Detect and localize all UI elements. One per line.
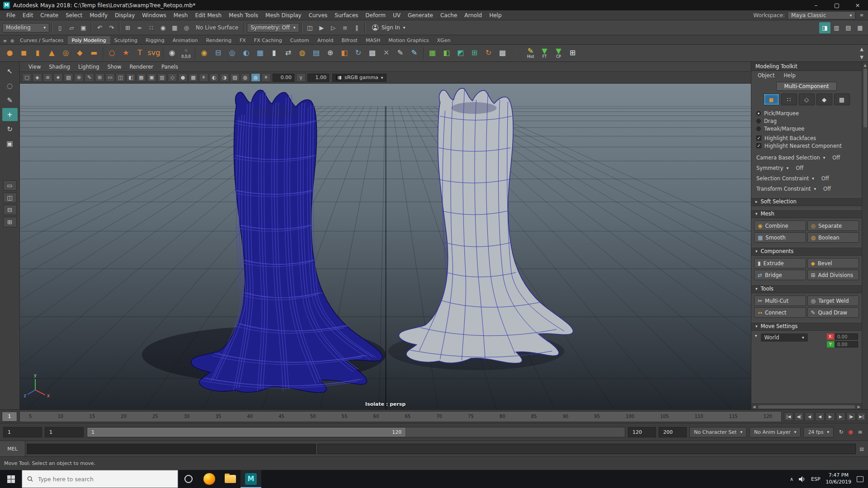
safe-title-icon[interactable]: ▥	[157, 73, 167, 82]
toolkit-vertical-scrollbar[interactable]: ▲	[862, 62, 868, 409]
tray-clock[interactable]: 7:47 PM 10/6/2019	[826, 472, 851, 486]
edge-mode-icon[interactable]: ◇	[799, 94, 815, 105]
camera-based-selection-dropdown[interactable]: Camera Based Selection ▾ Off	[751, 152, 862, 163]
extrude-icon[interactable]: ▮	[267, 46, 281, 61]
menubar-item[interactable]: Windows	[138, 11, 170, 19]
flip-normals-icon[interactable]: ◧	[337, 46, 351, 61]
scrollbar-thumb[interactable]	[863, 69, 867, 127]
lights-icon[interactable]: ☀	[199, 73, 208, 82]
poly-cylinder-icon[interactable]: ▮	[31, 46, 45, 61]
animation-end-field[interactable]: 200	[659, 427, 687, 437]
combine-meshes-icon[interactable]: ◉	[197, 46, 211, 61]
uv-unfold-icon[interactable]: ◩	[453, 46, 467, 61]
move-settings-section[interactable]: ▾ Move Settings	[751, 322, 862, 331]
gamma-field[interactable]: 1.00	[307, 74, 329, 82]
taskbar-search[interactable]	[22, 470, 178, 488]
section-header[interactable]: ▾ Tools	[751, 284, 862, 293]
auto-keyframe-icon[interactable]: ●	[846, 427, 855, 437]
snap-origin-icon[interactable]: ◦ 0,0,0	[179, 46, 193, 61]
layout-split-pane-icon[interactable]: ⊟	[3, 205, 17, 215]
section-header[interactable]: ▾ Mesh	[751, 209, 862, 218]
menubar-item[interactable]: UV	[389, 11, 404, 19]
step-back-frame-button[interactable]: ◀|	[794, 412, 804, 421]
grease-pencil-icon[interactable]: ✎	[85, 73, 94, 82]
gate-mask-icon[interactable]: ◧	[126, 73, 136, 82]
highlight-nearest-component-checkbox[interactable]: Highlight Nearest Component	[751, 142, 862, 150]
delete-edge-icon[interactable]: ✕	[379, 46, 393, 61]
uv-mode-icon[interactable]: ▩	[834, 94, 850, 105]
time-slider[interactable]: 5101520253035404550556065707580859095100…	[19, 411, 782, 422]
workspace-dropdown[interactable]: Maya Classic ▾	[788, 11, 855, 19]
tray-expand-icon[interactable]: ∧	[790, 476, 793, 482]
lasso-select-tool-icon[interactable]: ◌	[2, 79, 18, 92]
tweak-marquee-radio[interactable]: Tweak/Marquee	[751, 125, 862, 132]
grid-toggle-icon[interactable]: ⊞	[95, 73, 104, 82]
separate-meshes-icon[interactable]: ⊟	[211, 46, 225, 61]
ft-marker-icon[interactable]: ▼ FT	[538, 46, 552, 61]
extrude-button[interactable]: ▮ Extrude	[754, 258, 806, 268]
menubar-item[interactable]: Select	[62, 11, 86, 19]
svg-tool-icon[interactable]: svg	[147, 46, 161, 61]
boolean-difference-icon[interactable]: ◐	[239, 46, 253, 61]
poly-sphere-icon[interactable]: ●	[3, 46, 17, 61]
snap-to-points-icon[interactable]: ∷	[146, 22, 157, 33]
axis-orientation-dropdown[interactable]: World ▾	[761, 333, 808, 342]
bridge-icon[interactable]: ⇄	[281, 46, 295, 61]
shelf-tab[interactable]: Bifrost	[337, 36, 362, 44]
poly-cube-icon[interactable]: ◼	[17, 46, 31, 61]
boolean-button[interactable]: ◍ Boolean	[807, 232, 859, 243]
panel-menu-item[interactable]: View	[24, 63, 45, 71]
separate-button[interactable]: ◎ Separate	[807, 221, 859, 231]
boolean-union-icon[interactable]: ◎	[225, 46, 239, 61]
highlight-backfaces-checkbox[interactable]: Highlight Backfaces	[751, 134, 862, 142]
attribute-editor-toggle-icon[interactable]: ▥	[831, 22, 842, 33]
y-axis-field[interactable]: 0.00	[835, 341, 858, 347]
soft-selection-section[interactable]: ▸ Soft Selection	[751, 197, 862, 206]
no-live-surface-button[interactable]: No Live Surface	[192, 24, 242, 31]
shadows-icon[interactable]: ◐	[209, 73, 219, 82]
step-forward-key-button[interactable]: ▶	[836, 412, 845, 421]
animation-preferences-icon[interactable]: ≡	[855, 427, 865, 437]
move-tool-icon[interactable]: +	[2, 108, 18, 121]
symmetry-dropdown[interactable]: Symmetry ▾ Off	[751, 163, 862, 173]
channel-box-toggle-icon[interactable]: ▦	[854, 22, 866, 33]
reverse-normals-icon[interactable]: ↻	[351, 46, 365, 61]
pause-icon[interactable]: ‖	[351, 22, 363, 33]
menubar-item[interactable]: Edit	[19, 11, 37, 19]
anti-alias-icon[interactable]: ▨	[230, 73, 240, 82]
toolkit-menu-item[interactable]: Object	[754, 72, 778, 79]
menubar-item[interactable]: Cache	[437, 11, 461, 19]
image-plane-icon[interactable]: ▧	[64, 73, 73, 82]
menubar-item[interactable]: Mesh Display	[262, 11, 305, 19]
save-scene-icon[interactable]: ▣	[78, 22, 89, 33]
shelf-tab[interactable]: Rendering	[202, 36, 236, 44]
poly-cone-icon[interactable]: ▲	[45, 46, 59, 61]
shelf-tab[interactable]: Animation	[169, 36, 202, 44]
file-explorer-button[interactable]	[220, 470, 241, 488]
shelf-tab[interactable]: FX	[236, 36, 250, 44]
bevel-button[interactable]: ◆ Bevel	[807, 258, 859, 268]
shelf-gear-icon[interactable]: ⊕	[9, 37, 16, 44]
menubar-item[interactable]: Help	[486, 11, 505, 19]
poly-torus-icon[interactable]: ◎	[59, 46, 73, 61]
action-center-icon[interactable]	[857, 476, 863, 482]
current-frame-indicator[interactable]: 1	[2, 412, 17, 422]
paint-select-tool-icon[interactable]: ✎	[2, 94, 18, 107]
combine-button[interactable]: ◉ Combine	[754, 221, 806, 231]
render-settings-icon[interactable]: ≡	[340, 22, 351, 33]
shelf-tab[interactable]: Custom	[286, 36, 313, 44]
drag-radio[interactable]: Drag	[751, 117, 862, 125]
step-forward-frame-button[interactable]: |▶	[846, 412, 856, 421]
scrollbar-thumb[interactable]	[758, 405, 855, 408]
layout-four-panes-icon[interactable]: ⊞	[3, 217, 17, 227]
layout-single-pane-icon[interactable]: ▭	[3, 180, 17, 191]
uv-editor-icon[interactable]: ▦	[425, 46, 439, 61]
panel-menu-item[interactable]: Show	[104, 63, 126, 71]
step-back-key-button[interactable]: ◀	[805, 412, 814, 421]
uv-snapshot-icon[interactable]: ◧	[439, 46, 453, 61]
select-camera-icon[interactable]: ▢	[22, 73, 32, 82]
reduce-mesh-icon[interactable]: ▤	[309, 46, 323, 61]
render-current-frame-icon[interactable]: ▶	[316, 22, 327, 33]
section-header[interactable]: ▾ Components	[751, 247, 862, 256]
toolkit-menu-item[interactable]: Help	[779, 72, 799, 79]
